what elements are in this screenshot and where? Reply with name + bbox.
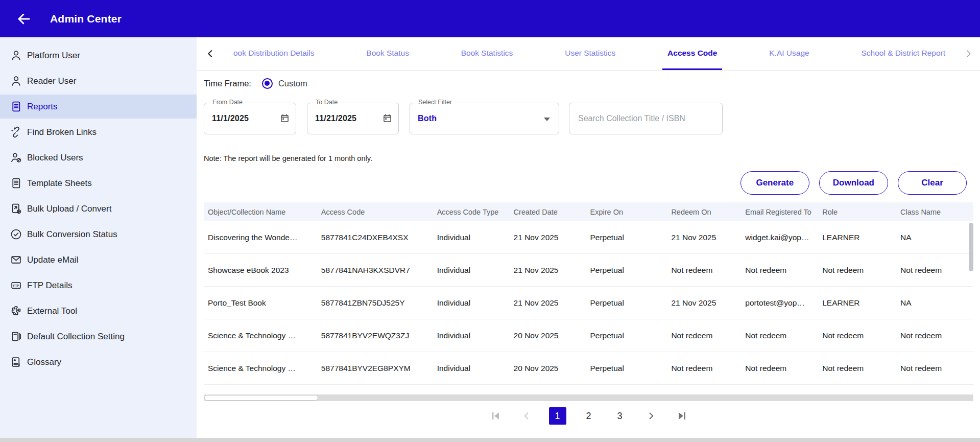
tabs-scroll-right-icon[interactable] (962, 37, 975, 70)
custom-radio-label: Custom (278, 79, 307, 88)
chevron-down-icon (544, 118, 550, 121)
time-frame-row: Time Frame: Custom (204, 77, 973, 89)
table-header-row: Object/Collection NameAccess CodeAccess … (204, 202, 973, 221)
previous-page-icon[interactable] (518, 407, 535, 425)
column-header-class-name: Class Name (896, 208, 973, 216)
sidebar-item-glossary[interactable]: AGlossary (0, 350, 197, 374)
calendar-icon[interactable] (382, 113, 393, 126)
from-date-value: 11/1/2025 (212, 114, 249, 123)
tab-k-ai-usage[interactable]: K.AI Usage (764, 37, 814, 70)
sidebar-item-update-email[interactable]: Update eMail (0, 248, 197, 272)
svg-text:A: A (13, 358, 16, 362)
column-header-object-collection-name: Object/Collection Name (204, 208, 317, 216)
page-2[interactable]: 2 (580, 407, 597, 425)
cell-class-name: NA (896, 298, 973, 308)
cell-email-registered-to: Not redeem (741, 331, 818, 340)
sidebar-item-reader-user[interactable]: Reader User (0, 69, 197, 93)
cell-access-code: 5877841NAH3KXSDVR7 (317, 266, 433, 275)
search-field[interactable] (569, 103, 723, 134)
sidebar-item-find-broken-links[interactable]: Find Broken Links (0, 120, 197, 144)
sidebar-item-ftp-details[interactable]: FTPFTP Details (0, 273, 197, 297)
bottom-strip (0, 438, 980, 442)
cell-created-date: 20 Nov 2025 (510, 364, 586, 373)
cell-expire-on: Perpetual (586, 298, 667, 308)
ftp-folder-icon: FTP (9, 279, 22, 292)
tab-user-statistics[interactable]: User Statistics (560, 37, 620, 70)
sidebar-item-label: Default Collection Setting (27, 332, 125, 342)
page-3[interactable]: 3 (611, 407, 629, 425)
cell-class-name: Not redeem (896, 266, 973, 275)
page-1-active[interactable]: 1 (549, 407, 566, 425)
cell-class-name: Not redeem (896, 331, 973, 340)
sidebar-item-reports[interactable]: Reports (0, 95, 197, 119)
sidebar-item-label: Platform User (27, 51, 80, 61)
column-header-email-registered-to: Email Registered To (741, 208, 818, 216)
back-arrow-icon[interactable] (15, 10, 33, 28)
tabs-strip: ook Distribution DetailsBook StatusBook … (217, 37, 962, 70)
horizontal-scrollbar-thumb[interactable] (204, 395, 318, 401)
cell-access-code-type: Individual (433, 364, 510, 373)
horizontal-scrollbar[interactable] (204, 394, 973, 401)
cell-role: LEARNER (818, 233, 896, 242)
to-date-field[interactable]: To Date 11/21/2025 (307, 103, 399, 134)
sidebar-item-label: Update eMail (27, 255, 78, 265)
sidebar-item-label: Reader User (27, 76, 76, 86)
select-filter-label: Select Filter (416, 99, 455, 106)
report-content: Time Frame: Custom From Date 11/1/2025 T… (197, 77, 980, 426)
last-page-icon[interactable] (674, 407, 691, 425)
tab-book-statistics[interactable]: Book Statistics (456, 37, 518, 70)
column-header-access-code-type: Access Code Type (433, 208, 510, 216)
cell-class-name: NA (896, 233, 973, 242)
sidebar-item-bulk-conversion-status[interactable]: Bulk Conversion Status (0, 222, 197, 246)
sidebar-item-platform-user[interactable]: Platform User (0, 43, 197, 67)
select-filter-dropdown[interactable]: Select Filter Both (410, 103, 559, 134)
tab-book-status[interactable]: Book Status (361, 37, 414, 70)
cell-role: Not redeem (818, 266, 896, 275)
sidebar-item-label: External Tool (27, 306, 77, 316)
from-date-field[interactable]: From Date 11/1/2025 (204, 103, 296, 134)
clear-button[interactable]: Clear (898, 171, 967, 195)
download-button[interactable]: Download (819, 171, 888, 195)
top-app-bar: Admin Center (0, 0, 980, 37)
sidebar-item-label: Glossary (27, 357, 61, 367)
tab-school-district-report[interactable]: School & District Report (856, 37, 950, 70)
sidebar-item-default-collection-setting[interactable]: Default Collection Setting (0, 324, 197, 348)
sidebar-item-external-tool[interactable]: External Tool (0, 299, 197, 323)
cell-access-code-type: Individual (433, 331, 510, 340)
report-note: Note: The report will be generated for 1… (204, 154, 973, 162)
blocked-user-icon (9, 151, 22, 165)
search-input[interactable] (577, 113, 709, 124)
check-circle-icon (9, 228, 22, 241)
generate-button[interactable]: Generate (740, 171, 809, 195)
template-sheet-icon (9, 177, 22, 190)
cell-object-collection-name: Discovering the Wonde… (204, 233, 317, 242)
bulk-upload-icon (9, 202, 22, 216)
sidebar-item-bulk-upload-convert[interactable]: Bulk Upload / Convert (0, 197, 197, 221)
tabs-scroll-left-icon[interactable] (204, 37, 217, 70)
first-page-icon[interactable] (487, 407, 504, 425)
table-row: Discovering the Wonde…5877841C24DXEB4XSX… (204, 221, 973, 254)
actions-row: Generate Download Clear (204, 171, 973, 195)
pagination: 123 (204, 406, 973, 426)
calendar-icon[interactable] (279, 113, 290, 126)
cell-email-registered-to: widget.kai@yop… (741, 233, 818, 242)
vertical-scrollbar-thumb[interactable] (969, 223, 973, 271)
puzzle-icon (9, 305, 22, 318)
cell-redeem-on: Not redeem (667, 266, 741, 275)
sidebar-item-template-sheets[interactable]: Template Sheets (0, 171, 197, 195)
sidebar-item-label: Reports (27, 102, 58, 112)
tab-access-code[interactable]: Access Code (662, 37, 722, 70)
select-filter-value: Both (418, 114, 437, 123)
column-header-created-date: Created Date (510, 208, 586, 216)
next-page-icon[interactable] (642, 407, 660, 425)
person-icon (9, 49, 22, 62)
column-header-redeem-on: Redeem On (667, 208, 741, 216)
cell-created-date: 21 Nov 2025 (510, 266, 586, 275)
column-header-access-code: Access Code (317, 208, 433, 216)
table-row: Science & Technology …5877841BYV2EG8PXYM… (204, 352, 973, 385)
custom-radio[interactable] (262, 78, 273, 89)
to-date-label: To Date (313, 99, 340, 106)
report-icon (9, 100, 22, 113)
tab-ook-distribution-details[interactable]: ook Distribution Details (228, 37, 320, 70)
sidebar-item-blocked-users[interactable]: Blocked Users (0, 146, 197, 170)
